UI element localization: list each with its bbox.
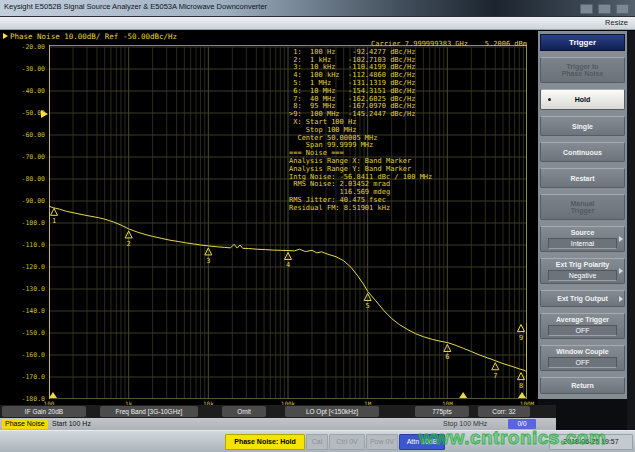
datetime-display: 2018-06-25 19:57 <box>549 434 633 450</box>
attenuator-indicator: Attn 10dB <box>399 434 445 450</box>
measurement-toolbar: IF Gain 20dB Freq Band [3G-10GHz] Omit L… <box>0 405 556 418</box>
softkey-window-couple[interactable]: Window CoupleOFF <box>540 345 625 371</box>
sweep-status-bar: Phase Noise Start 100 Hz Stop 100 MHz 0/… <box>0 418 556 430</box>
marker-number: 8 <box>519 382 523 390</box>
resize-button[interactable]: Resize <box>605 18 628 27</box>
softkey-average-trigger[interactable]: Average TriggerOFF <box>540 313 625 339</box>
marker-number: 5 <box>366 302 370 310</box>
softkey-return[interactable]: Return <box>540 377 625 394</box>
marker-number: 7 <box>493 372 497 380</box>
softkey-trigger-to-phase-noise: Trigger to Phase Noise <box>540 57 625 83</box>
softkey-hold[interactable]: Hold <box>540 89 625 110</box>
stop-frequency-readout: Stop 100 MHz <box>443 420 487 427</box>
marker-number: 6 <box>445 353 449 361</box>
menu-bar: Resize <box>0 17 635 30</box>
marker-number: 9 <box>519 334 523 342</box>
measurement-status-button[interactable]: Phase Noise: Hold <box>225 434 305 450</box>
ext-trig-polarity-value: Negative <box>548 270 617 281</box>
softkey-manual-trigger: Manual Trigger <box>540 194 625 220</box>
phase-noise-mode-tab[interactable]: Phase Noise <box>2 419 48 429</box>
marker-number: 2 <box>127 240 131 248</box>
instrument-screen: Phase Noise 10.00dB/ Ref -50.00dBc/Hz -2… <box>0 30 635 430</box>
marker-readout-panel: Carrier 7.999999383 GHz 5.2006 dBm 1: 10… <box>289 41 527 213</box>
window-couple-value: OFF <box>548 357 617 368</box>
ctrl-voltage-indicator: Ctrl 0V <box>329 434 365 450</box>
softkey-ext-trig-output[interactable]: Ext Trig Output <box>540 290 625 307</box>
marker-noise-readout: 1: 100 Hz -92.4277 dBc/Hz 2: 1 kHz -102.… <box>289 49 527 213</box>
softkey-sidebar: Trigger Trigger to Phase Noise Hold Sing… <box>538 31 627 430</box>
minimize-icon[interactable] <box>580 4 593 14</box>
window-title: Keysight E5052B Signal Source Analyzer &… <box>4 2 267 11</box>
marker-number: 4 <box>286 261 290 269</box>
marker-number: 1 <box>52 217 56 225</box>
freq-band-button[interactable]: Freq Band [3G-10GHz] <box>100 406 198 417</box>
trace-scale-readout[interactable]: Phase Noise 10.00dB/ Ref -50.00dBc/Hz <box>3 32 177 41</box>
cal-indicator: Cal <box>306 434 328 450</box>
band-marker-icon <box>459 392 467 398</box>
close-icon[interactable] <box>616 4 629 14</box>
active-trace-icon <box>3 33 8 39</box>
softkey-ext-trig-polarity[interactable]: Ext Trig PolarityNegative <box>540 258 625 284</box>
maximize-icon[interactable] <box>598 4 611 14</box>
lo-opt-button[interactable]: LO Opt [<150kHz] <box>285 406 379 417</box>
submenu-arrow-icon <box>619 296 623 302</box>
marker-triangle-icon <box>51 208 58 215</box>
title-bar: Keysight E5052B Signal Source Analyzer &… <box>0 0 635 17</box>
status-taskbar: Phase Noise: Hold Cal Ctrl 0V Pow 0V Att… <box>0 430 635 452</box>
sweep-progress-badge: 0/0 <box>508 419 536 429</box>
marker-number: 3 <box>206 257 210 265</box>
softkey-restart[interactable]: Restart <box>540 168 625 188</box>
submenu-arrow-icon <box>619 236 623 242</box>
sidebar-right-strip <box>627 31 635 430</box>
start-frequency-readout: Start 100 Hz <box>52 420 91 427</box>
average-trigger-value: OFF <box>548 325 617 336</box>
softkey-source[interactable]: SourceInternal <box>540 226 625 252</box>
softkey-continuous[interactable]: Continuous <box>540 142 625 162</box>
source-value: Internal <box>548 238 617 249</box>
power-voltage-indicator: Pow 0V <box>366 434 398 450</box>
window-controls <box>580 4 629 14</box>
submenu-arrow-icon <box>619 268 623 274</box>
softkey-single[interactable]: Single <box>540 116 625 136</box>
application-window: Keysight E5052B Signal Source Analyzer &… <box>0 0 635 452</box>
softkey-panel: Trigger Trigger to Phase Noise Hold Sing… <box>538 31 627 399</box>
if-gain-button[interactable]: IF Gain 20dB <box>2 406 86 417</box>
correlation-button[interactable]: Corr: 32 <box>478 406 530 417</box>
band-marker-icon <box>49 392 57 398</box>
softkey-menu-title: Trigger <box>540 34 625 51</box>
omit-button[interactable]: Omit <box>222 406 266 417</box>
selected-bullet-icon <box>548 98 551 101</box>
reference-level-arrow-icon <box>41 110 48 118</box>
points-button[interactable]: 775pts <box>415 406 469 417</box>
